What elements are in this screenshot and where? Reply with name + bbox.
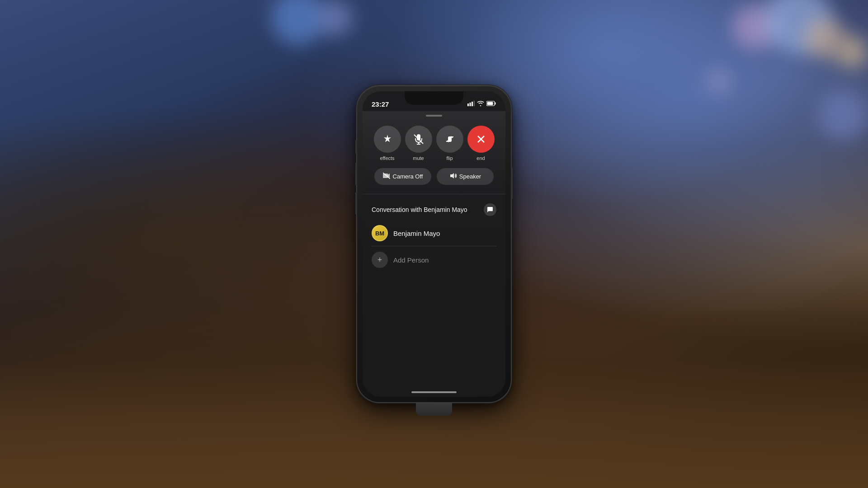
svg-rect-0 [467, 103, 469, 106]
effects-label: effects [380, 155, 394, 161]
svg-marker-14 [450, 173, 454, 178]
conversation-title: Conversation with Benjamin Mayo [372, 206, 467, 213]
contact-name: Benjamin Mayo [393, 230, 440, 237]
secondary-controls-row: Camera Off Speaker [372, 168, 496, 185]
add-person-row[interactable]: + Add Person [372, 246, 496, 273]
screen-content: effects [363, 111, 505, 397]
call-controls: effects [363, 117, 505, 189]
flip-button[interactable]: flip [436, 126, 463, 161]
speaker-label: Speaker [459, 173, 481, 180]
message-button[interactable] [484, 203, 496, 216]
svg-rect-5 [495, 103, 496, 105]
notch [405, 91, 463, 105]
bokeh-circle [316, 0, 353, 36]
speaker-icon [449, 173, 457, 180]
volume-down-button[interactable] [355, 192, 357, 215]
camera-off-icon [383, 173, 390, 180]
conversation-section: Conversation with Benjamin Mayo BM Benja… [363, 199, 505, 273]
speaker-button[interactable]: Speaker [437, 168, 494, 185]
status-time: 23:27 [372, 100, 389, 108]
svg-rect-2 [472, 102, 473, 106]
phone-shell: 23:27 [357, 86, 511, 402]
volume-silent-button[interactable] [355, 140, 357, 154]
end-label: end [476, 155, 485, 161]
mute-label: mute [413, 155, 424, 161]
svg-rect-1 [470, 103, 471, 106]
flip-label: flip [446, 155, 453, 161]
effects-circle [374, 126, 401, 153]
phone-device: 23:27 [357, 86, 511, 402]
volume-up-button[interactable] [355, 163, 357, 185]
main-controls-row: effects [372, 126, 496, 161]
bokeh-circle [705, 68, 732, 95]
svg-rect-3 [474, 101, 475, 106]
bokeh-circle [818, 90, 868, 140]
signal-icon [467, 101, 475, 107]
contact-initials: BM [375, 230, 384, 237]
svg-rect-10 [448, 137, 452, 141]
end-call-button[interactable]: end [467, 126, 495, 161]
contact-row: BM Benjamin Mayo [372, 221, 496, 246]
svg-rect-6 [487, 102, 493, 105]
bokeh-circle [836, 36, 868, 68]
phone-stand [416, 402, 452, 416]
end-circle [467, 126, 495, 153]
phone-screen: 23:27 [363, 91, 505, 397]
add-person-label: Add Person [393, 256, 429, 264]
section-divider [363, 194, 505, 194]
camera-off-button[interactable]: Camera Off [374, 168, 431, 185]
home-indicator[interactable] [411, 391, 457, 393]
add-person-icon: + [372, 252, 388, 268]
contact-avatar: BM [372, 225, 388, 241]
status-icons [467, 101, 496, 107]
conversation-header: Conversation with Benjamin Mayo [372, 199, 496, 221]
power-button[interactable] [511, 167, 513, 199]
camera-off-label: Camera Off [393, 173, 423, 180]
mute-button[interactable]: mute [405, 126, 432, 161]
wifi-icon [477, 101, 484, 107]
mute-circle [405, 126, 432, 153]
effects-button[interactable]: effects [374, 126, 401, 161]
battery-icon [486, 101, 496, 107]
flip-circle [436, 126, 463, 153]
